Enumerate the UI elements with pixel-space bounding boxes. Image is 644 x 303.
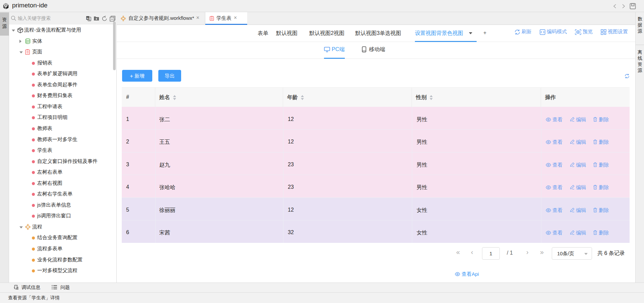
svg-text:文: 文 — [89, 18, 91, 21]
